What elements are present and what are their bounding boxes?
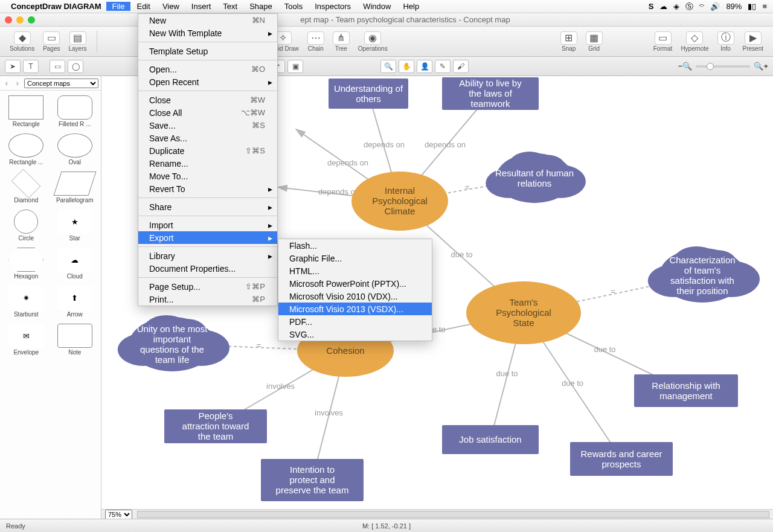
shape-starburst[interactable]: ✷Starburst: [2, 283, 50, 320]
zoom-in-icon[interactable]: 🔍+: [754, 62, 768, 71]
menuitem-new-with-template[interactable]: New With Template▸: [138, 27, 277, 39]
zoom-out-icon[interactable]: −🔍: [678, 62, 693, 71]
menuitem-microsoft-visio-2010-vdx-[interactable]: Microsoft Visio 2010 (VDX)...: [278, 290, 432, 303]
person-tool[interactable]: 👤: [417, 60, 432, 73]
tool-pages[interactable]: ▭Pages: [39, 30, 63, 53]
menuitem-close-all[interactable]: Close All⌥⌘W: [138, 106, 277, 119]
tool-tree[interactable]: ⋔Tree: [329, 30, 353, 53]
menu-file[interactable]: File: [106, 2, 131, 11]
menu-inspectors[interactable]: Inspectors: [309, 2, 357, 11]
textbox-tool[interactable]: ▣: [287, 60, 303, 73]
menu-insert[interactable]: Insert: [185, 2, 217, 11]
node-n8[interactable]: Unity on the mostimportantquestions of t…: [118, 315, 229, 371]
library-select[interactable]: Concept maps: [24, 79, 98, 88]
menu-tools[interactable]: Tools: [278, 2, 309, 11]
menuitem-open-[interactable]: Open...⌘O: [138, 63, 277, 75]
shape-cloud[interactable]: ☁Cloud: [51, 245, 99, 282]
node-n1[interactable]: Understanding ofothers: [329, 79, 408, 109]
node-n12[interactable]: Rewards and careerprospects: [570, 442, 673, 476]
eyedrop-tool[interactable]: ✎: [435, 60, 451, 73]
menuitem-microsoft-visio-2013-vsdx-[interactable]: Microsoft Visio 2013 (VSDX)...: [278, 303, 432, 315]
menu-window[interactable]: Window: [357, 2, 397, 11]
shape-oval[interactable]: Oval: [51, 131, 99, 168]
node-n6[interactable]: Characterizationof team'ssatisfaction wi…: [648, 246, 760, 303]
node-n11[interactable]: Job satisfaction: [442, 425, 539, 454]
menuitem-rename-[interactable]: Rename...: [138, 157, 277, 170]
node-n5[interactable]: Team'sPsychologicalState: [466, 281, 581, 344]
tool-info[interactable]: ⓘInfo: [714, 30, 738, 53]
ellipse-tool[interactable]: ◯: [68, 60, 83, 73]
shape-star[interactable]: ★Star: [51, 207, 99, 244]
tool-present[interactable]: ▶Present: [739, 30, 767, 53]
shape-parallelogram[interactable]: Parallelogram: [51, 169, 99, 206]
menuitem-revert-to[interactable]: Revert To▸: [138, 182, 277, 195]
lib-back[interactable]: ‹: [2, 79, 11, 88]
pan-tool[interactable]: ✋: [399, 60, 414, 73]
shape-arrow[interactable]: ⬆Arrow: [51, 283, 99, 320]
tool-operations[interactable]: ◉Operations: [354, 30, 391, 53]
menuitem-document-properties-[interactable]: Document Properties...: [138, 262, 277, 275]
menuitem-library[interactable]: Library▸: [138, 249, 277, 262]
shape-filleted-r-[interactable]: Filleted R ...: [51, 93, 99, 130]
h-scrollbar[interactable]: [137, 511, 769, 518]
menuitem-import[interactable]: Import▸: [138, 219, 277, 231]
shape-note[interactable]: Note: [51, 321, 99, 358]
node-n3[interactable]: Resultant of humanrelations: [486, 152, 586, 203]
menuitem-html-[interactable]: HTML...: [278, 264, 432, 277]
tool-layers[interactable]: ▤Layers: [65, 30, 91, 53]
tool-solutions[interactable]: ◆Solutions: [6, 30, 38, 53]
window-close[interactable]: [5, 16, 12, 24]
menuitem-export[interactable]: Export▸: [138, 231, 277, 244]
menuitem-template-setup[interactable]: Template Setup: [138, 45, 277, 57]
menu-icon[interactable]: ≡: [762, 2, 767, 11]
menu-help[interactable]: Help: [397, 2, 425, 11]
menuitem-duplicate[interactable]: Duplicate⇧⌘S: [138, 144, 277, 157]
node-n10[interactable]: Intention toprotect andpreserve the team: [261, 459, 364, 501]
menuitem-page-setup-[interactable]: Page Setup...⇧⌘P: [138, 280, 277, 293]
zoom-tool[interactable]: 🔍: [380, 60, 396, 73]
pointer-tool[interactable]: ➤: [5, 60, 21, 73]
tool-hypernote[interactable]: ◇Hypernote: [677, 30, 712, 53]
menuitem-microsoft-powerpoint-pptx-[interactable]: Microsoft PowerPoint (PPTX)...: [278, 277, 432, 290]
menu-view[interactable]: View: [156, 2, 185, 11]
shape-circle[interactable]: Circle: [2, 207, 50, 244]
menuitem-close[interactable]: Close⌘W: [138, 94, 277, 106]
shape-diamond[interactable]: Diamond: [2, 169, 50, 206]
shape-rectangle[interactable]: Rectangle: [2, 93, 50, 130]
battery-icon[interactable]: ▮▯: [748, 2, 756, 11]
menuitem-move-to-[interactable]: Move To...: [138, 170, 277, 182]
shape-hexagon[interactable]: Hexagon: [2, 245, 50, 282]
menuitem-save-[interactable]: Save...⌘S: [138, 119, 277, 132]
node-n2[interactable]: Ability to live bythe laws ofteamwork: [442, 77, 539, 110]
text-tool[interactable]: T: [23, 60, 39, 73]
tool-snap[interactable]: ⊞Snap: [557, 30, 581, 53]
shape-rectangle-[interactable]: Rectangle ...: [2, 131, 50, 168]
menuitem-save-as-[interactable]: Save As...: [138, 132, 277, 144]
menuitem-flash-[interactable]: Flash...: [278, 239, 432, 252]
window-minimize[interactable]: [16, 16, 24, 24]
brush-tool[interactable]: 🖌: [453, 60, 469, 73]
volume-icon[interactable]: 🔊: [710, 2, 720, 11]
menuitem-pdf-[interactable]: PDF...: [278, 315, 432, 328]
node-n4[interactable]: InternalPsychologicalClimate: [351, 171, 448, 231]
skype-icon[interactable]: Ⓢ: [685, 1, 693, 12]
rect-tool[interactable]: ▭: [50, 60, 65, 73]
zoom-slider[interactable]: −🔍 🔍+: [678, 62, 768, 71]
window-zoom[interactable]: [28, 16, 35, 24]
menuitem-new[interactable]: New⌘N: [138, 14, 277, 27]
node-n9[interactable]: People'sattraction towardthe team: [164, 409, 267, 443]
menu-shape[interactable]: Shape: [243, 2, 278, 11]
menu-text[interactable]: Text: [217, 2, 243, 11]
zoom-select[interactable]: 75%: [105, 510, 132, 519]
menuitem-share[interactable]: Share▸: [138, 200, 277, 213]
menuitem-graphic-file-[interactable]: Graphic File...: [278, 252, 432, 264]
shape-envelope[interactable]: ✉Envelope: [2, 321, 50, 358]
menuitem-svg-[interactable]: SVG...: [278, 328, 432, 341]
menuitem-open-recent[interactable]: Open Recent▸: [138, 75, 277, 88]
tool-grid[interactable]: ▦Grid: [582, 30, 606, 53]
menu-edit[interactable]: Edit: [130, 2, 156, 11]
cloud-icon[interactable]: ☁: [659, 2, 667, 11]
tool-chain[interactable]: ⋯Chain: [304, 30, 328, 53]
node-n13[interactable]: Relationship withmanagement: [634, 374, 738, 407]
tool-format[interactable]: ▭Format: [650, 30, 676, 53]
